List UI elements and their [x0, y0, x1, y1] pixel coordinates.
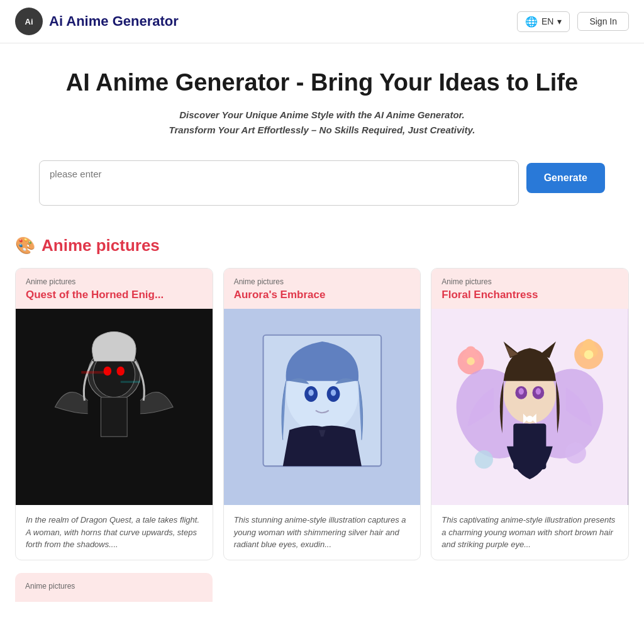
header-right: 🌐 EN ▾ Sign In: [517, 11, 629, 32]
section-emoji: 🎨: [15, 236, 35, 255]
site-header: Ai Ai Anime Generator 🌐 EN ▾ Sign In: [0, 0, 644, 43]
card-3-image: [431, 309, 628, 506]
svg-point-6: [116, 366, 125, 375]
globe-icon: 🌐: [525, 16, 538, 28]
svg-rect-7: [101, 397, 127, 436]
svg-point-28: [584, 350, 594, 359]
chevron-down-icon: ▾: [557, 16, 562, 26]
svg-point-43: [475, 450, 493, 469]
card-1[interactable]: Anime pictures Quest of the Horned Enig.…: [15, 268, 213, 560]
generate-button[interactable]: Generate: [526, 163, 605, 193]
hero-section: AI Anime Generator - Bring Your Ideas to…: [15, 69, 629, 138]
card-3[interactable]: Anime pictures Floral Enchantress: [431, 268, 629, 560]
prompt-input[interactable]: [39, 160, 519, 206]
search-section: Generate: [39, 160, 605, 206]
cards-grid: Anime pictures Quest of the Horned Enig.…: [15, 268, 629, 560]
svg-point-22: [466, 346, 477, 357]
svg-point-27: [583, 339, 595, 351]
svg-point-38: [519, 388, 524, 394]
card-3-header: Anime pictures Floral Enchantress: [431, 269, 628, 309]
svg-point-44: [565, 442, 586, 463]
svg-rect-9: [121, 380, 140, 382]
card-1-desc: In the realm of Dragon Quest, a tale tak…: [16, 505, 213, 560]
logo-area: Ai Ai Anime Generator: [15, 8, 179, 35]
svg-point-16: [331, 389, 336, 396]
card-2-category: Anime pictures: [234, 277, 411, 286]
hero-subtitle: Discover Your Unique Anime Style with th…: [15, 108, 629, 138]
hero-subtitle-line1: Discover Your Unique Anime Style with th…: [179, 109, 464, 120]
partial-card-category: Anime pictures: [25, 582, 203, 591]
card-1-image: [16, 309, 213, 506]
signin-button[interactable]: Sign In: [577, 12, 629, 31]
card-2-image: [224, 309, 421, 506]
card-1-title: Quest of the Horned Enig...: [26, 289, 203, 301]
hero-title: AI Anime Generator - Bring Your Ideas to…: [15, 69, 629, 97]
card-2-title: Aurora's Embrace: [234, 289, 411, 301]
logo-icon: Ai: [15, 8, 43, 35]
section-heading: 🎨 Anime pictures: [15, 236, 629, 255]
section-title-text: Anime pictures: [42, 236, 160, 255]
svg-point-23: [467, 357, 475, 365]
main-content: AI Anime Generator - Bring Your Ideas to…: [0, 43, 644, 617]
card-1-category: Anime pictures: [26, 277, 203, 286]
card-3-category: Anime pictures: [441, 277, 618, 286]
card-3-desc: This captivating anime-style illustratio…: [431, 505, 628, 560]
svg-rect-8: [81, 371, 108, 374]
card-3-title: Floral Enchantress: [441, 289, 618, 301]
logo-text: Ai Anime Generator: [49, 13, 179, 30]
card-2-desc: This stunning anime-style illustration c…: [224, 505, 421, 560]
card-1-header: Anime pictures Quest of the Horned Enig.…: [16, 269, 213, 309]
svg-point-39: [536, 388, 541, 394]
card-2[interactable]: Anime pictures Aurora's Embrace: [223, 268, 421, 560]
partial-card[interactable]: Anime pictures: [15, 573, 213, 602]
card-2-header: Anime pictures Aurora's Embrace: [224, 269, 421, 309]
language-selector[interactable]: 🌐 EN ▾: [517, 11, 570, 32]
lang-label: EN: [541, 16, 553, 26]
svg-point-15: [308, 389, 313, 396]
svg-point-42: [526, 415, 533, 421]
hero-subtitle-line2: Transform Your Art Effortlessly – No Ski…: [169, 125, 475, 135]
